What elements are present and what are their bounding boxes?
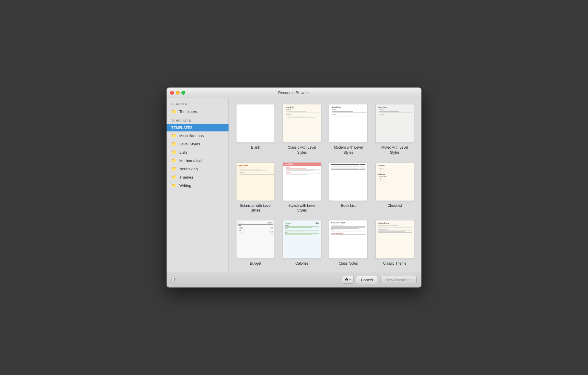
template-name-booklist: Book List xyxy=(341,203,356,208)
template-name-classnotes: Class Notes xyxy=(339,261,358,266)
cancel-button[interactable]: Cancel xyxy=(356,276,378,284)
folder-icon-misc: 📁 xyxy=(171,133,177,138)
template-classic-level[interactable]: • Level Styles Section 1 Section 2 Class… xyxy=(281,104,323,155)
sidebar-label-themes: Themes xyxy=(179,175,193,179)
template-checklist[interactable]: • Suitcase • Clothes • Power adapter • C… xyxy=(374,162,416,213)
gear-icon: ⚙ xyxy=(345,277,349,282)
template-name-classictheme: Classic Theme xyxy=(383,261,406,266)
sidebar-label-writing: Writing xyxy=(179,183,191,188)
template-thumb-checklist: • Suitcase • Clothes • Power adapter • C… xyxy=(376,162,414,201)
template-name-solarized: Solarized with LevelStyles xyxy=(240,203,271,213)
template-thumb-booklist xyxy=(329,162,368,201)
footer-right: ⚙ ▾ Cancel New Document xyxy=(342,276,417,284)
template-book-list[interactable]: Book List xyxy=(327,162,369,213)
template-stylish-level[interactable]: • Level Styles Section 1 Section 2 Styli… xyxy=(281,162,323,213)
template-budget[interactable]: Notes $277.07 • 2014 Coffee$8.00 Groceri… xyxy=(235,220,277,266)
minimize-button[interactable] xyxy=(176,91,180,95)
template-muted-level[interactable]: • Level Styles Section 1 Section 2 Muted… xyxy=(374,104,416,155)
folder-icon-level: 📁 xyxy=(171,141,177,147)
template-thumb-blank xyxy=(236,104,275,143)
sidebar-item-notetaking[interactable]: 📁 Notetaking xyxy=(167,165,229,173)
main-content: RECENTS 📁 Templates TEMPLATES TEMPLATES … xyxy=(167,98,421,272)
template-name-classic: Classic with LevelStyles xyxy=(288,145,316,155)
sidebar-item-writing[interactable]: 📁 Writing xyxy=(167,181,229,190)
sidebar: RECENTS 📁 Templates TEMPLATES TEMPLATES … xyxy=(167,98,229,272)
new-document-button[interactable]: New Document xyxy=(380,276,417,284)
template-solarized-level[interactable]: • Level Styles Section 1 Section 2 Solar… xyxy=(235,162,277,213)
folder-icon: 📁 xyxy=(171,109,177,114)
template-name-blank: Blank xyxy=(251,145,260,150)
folder-icon-themes: 📁 xyxy=(171,174,177,180)
traffic-lights xyxy=(170,91,185,95)
sidebar-label-math: Mathematical xyxy=(179,158,202,163)
template-thumb-stylish: • Level Styles Section 1 Section 2 xyxy=(283,162,321,201)
sidebar-item-templates-root[interactable]: TEMPLATES xyxy=(167,124,229,131)
template-name-muted: Muted with LevelStyles xyxy=(381,145,408,155)
templates-grid: Blank • Level Styles Section 1 Section 2 xyxy=(235,104,416,266)
templates-section-label: TEMPLATES xyxy=(167,118,229,124)
folder-icon-lists: 📁 xyxy=(171,150,177,155)
template-name-budget: Budget xyxy=(250,261,261,266)
template-name-modern: Modern with LevelStyles xyxy=(334,145,363,155)
template-thumb-muted: • Level Styles Section 1 Section 2 xyxy=(376,104,414,143)
template-thumb-solarized: • Level Styles Section 1 Section 2 xyxy=(236,162,275,201)
template-thumb-classic: • Level Styles Section 1 Section 2 xyxy=(283,104,321,143)
template-name-calories: Calories xyxy=(295,261,309,266)
template-thumb-classictheme: • Classic Theme • Some blue item here xyxy=(376,220,414,259)
window-title: Resource Browser xyxy=(278,90,310,95)
close-button[interactable] xyxy=(170,91,174,95)
folder-icon-note: 📁 xyxy=(171,166,177,171)
sidebar-label-note: Notetaking xyxy=(179,167,198,171)
sidebar-item-mathematical[interactable]: 📁 Mathematical xyxy=(167,156,229,165)
help-button[interactable]: ? xyxy=(171,277,178,283)
sidebar-item-label: Templates xyxy=(179,109,197,114)
gear-button[interactable]: ⚙ ▾ xyxy=(342,276,354,284)
template-name-checklist: Checklist xyxy=(387,203,402,208)
sidebar-item-recents-templates[interactable]: 📁 Templates xyxy=(167,107,229,116)
recents-section-label: RECENTS xyxy=(167,101,229,107)
sidebar-label-lists: Lists xyxy=(179,150,187,155)
chevron-down-icon: ▾ xyxy=(349,278,351,281)
template-thumb-budget: Notes $277.07 • 2014 Coffee$8.00 Groceri… xyxy=(236,220,275,259)
folder-icon-writing: 📁 xyxy=(171,183,177,188)
template-blank[interactable]: Blank xyxy=(235,104,277,155)
templates-active-label: TEMPLATES xyxy=(171,126,193,130)
template-thumb-calories: Tuesday -118 Breakfast Lunch Dinner xyxy=(283,220,321,259)
maximize-button[interactable] xyxy=(181,91,185,95)
resource-browser-window: Resource Browser RECENTS 📁 Templates TEM… xyxy=(167,88,421,287)
template-thumb-modern: • Level Styles Section 1 Section 2 xyxy=(329,104,368,143)
template-class-notes[interactable]: 1. Class Notes: CS229 I.A. Sunt auten fu… xyxy=(327,220,369,266)
sidebar-item-lists[interactable]: 📁 Lists xyxy=(167,148,229,156)
footer: ? ⚙ ▾ Cancel New Document xyxy=(167,272,421,287)
template-name-stylish: Stylish with LevelStyles xyxy=(288,203,316,213)
titlebar: Resource Browser xyxy=(167,88,421,98)
template-thumb-classnotes: 1. Class Notes: CS229 I.A. Sunt auten fu… xyxy=(329,220,368,259)
template-classic-theme[interactable]: • Classic Theme • Some blue item here Cl… xyxy=(374,220,416,266)
sidebar-label-misc: Miscellaneous xyxy=(179,134,204,138)
sidebar-label-level: Level Styles xyxy=(179,142,200,146)
folder-icon-math: 📁 xyxy=(171,158,177,163)
sidebar-item-level-styles[interactable]: 📁 Level Styles xyxy=(167,140,229,148)
template-modern-level[interactable]: • Level Styles Section 1 Section 2 Moder… xyxy=(327,104,369,155)
main-template-area: Blank • Level Styles Section 1 Section 2 xyxy=(229,98,421,272)
template-calories[interactable]: Tuesday -118 Breakfast Lunch Dinner xyxy=(281,220,323,266)
sidebar-item-themes[interactable]: 📁 Themes xyxy=(167,173,229,181)
sidebar-item-miscellaneous[interactable]: 📁 Miscellaneous xyxy=(167,131,229,140)
